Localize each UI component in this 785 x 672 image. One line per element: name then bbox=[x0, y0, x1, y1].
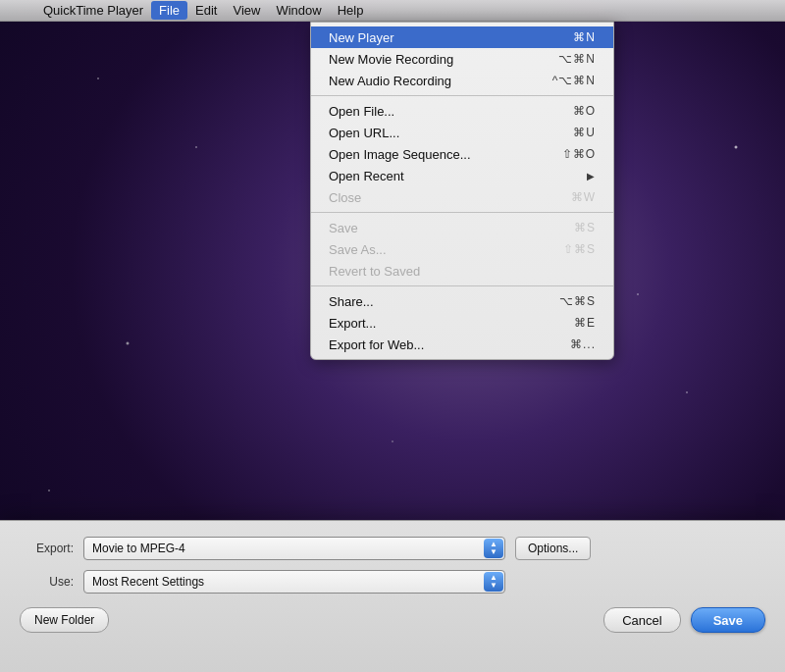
save-button[interactable]: Save bbox=[691, 607, 765, 633]
menu-item-new-audio-recording[interactable]: New Audio Recording ^⌥⌘N bbox=[311, 70, 613, 91]
menubar-window[interactable]: Window bbox=[268, 1, 329, 20]
menu-item-open-recent[interactable]: Open Recent ▶ bbox=[311, 165, 613, 186]
menu-item-new-movie-recording[interactable]: New Movie Recording ⌥⌘N bbox=[311, 48, 613, 70]
right-buttons: Cancel Save bbox=[603, 607, 765, 633]
export-row: Export: Movie to MPEG-4 Movie to QuickTi… bbox=[20, 537, 765, 560]
menu-item-label: Open File... bbox=[329, 104, 394, 119]
cancel-button[interactable]: Cancel bbox=[603, 607, 680, 633]
export-label: Export: bbox=[20, 542, 74, 555]
menu-shortcut: ⌥⌘S bbox=[559, 294, 596, 308]
use-select[interactable]: Most Recent Settings Default Settings Cu… bbox=[83, 570, 505, 594]
menu-item-open-url[interactable]: Open URL... ⌘U bbox=[311, 122, 613, 143]
menubar-edit[interactable]: Edit bbox=[187, 1, 225, 20]
menu-item-share[interactable]: Share... ⌥⌘S bbox=[311, 290, 613, 312]
save-dialog: Export: Movie to MPEG-4 Movie to QuickTi… bbox=[0, 520, 785, 672]
menubar-help[interactable]: Help bbox=[330, 1, 372, 20]
menu-separator-3 bbox=[311, 285, 613, 286]
menu-separator-2 bbox=[311, 212, 613, 213]
menu-item-save[interactable]: Save ⌘S bbox=[311, 217, 613, 238]
new-folder-button[interactable]: New Folder bbox=[20, 607, 109, 633]
menu-item-label: Close bbox=[329, 190, 361, 205]
menu-shortcut: ⌘N bbox=[573, 30, 596, 44]
menu-item-open-image-sequence[interactable]: Open Image Sequence... ⇧⌘O bbox=[311, 143, 613, 165]
menu-shortcut: ⌘E bbox=[574, 316, 596, 330]
menu-item-label: Open Image Sequence... bbox=[329, 147, 471, 162]
menu-item-label: Save bbox=[329, 221, 358, 235]
menu-shortcut: ⇧⌘S bbox=[563, 242, 596, 256]
export-select-wrap: Movie to MPEG-4 Movie to QuickTime Movie… bbox=[83, 537, 505, 560]
menu-item-label: Export... bbox=[329, 316, 376, 331]
menu-item-export-for-web[interactable]: Export for Web... ⌘... bbox=[311, 334, 613, 355]
menu-item-label: Revert to Saved bbox=[329, 264, 420, 279]
menu-item-export[interactable]: Export... ⌘E bbox=[311, 312, 613, 334]
submenu-arrow-icon: ▶ bbox=[587, 171, 596, 181]
menubar-file[interactable]: File bbox=[151, 1, 187, 20]
menu-item-label: New Audio Recording bbox=[329, 74, 451, 88]
menu-shortcut: ⌥⌘N bbox=[558, 52, 596, 66]
menu-item-label: Open Recent bbox=[329, 169, 404, 183]
options-button[interactable]: Options... bbox=[515, 537, 591, 560]
dialog-buttons: New Folder Cancel Save bbox=[20, 607, 765, 633]
file-menu-dropdown: New Player ⌘N New Movie Recording ⌥⌘N Ne… bbox=[310, 22, 614, 360]
menu-shortcut: ⌘U bbox=[573, 126, 596, 139]
menu-shortcut: ⌘S bbox=[574, 221, 596, 234]
menu-shortcut: ⇧⌘O bbox=[562, 147, 596, 161]
menubar-view[interactable]: View bbox=[225, 1, 268, 20]
menu-item-new-player[interactable]: New Player ⌘N bbox=[311, 26, 613, 48]
use-row: Use: Most Recent Settings Default Settin… bbox=[20, 570, 765, 594]
menu-separator-1 bbox=[311, 95, 613, 96]
menu-item-label: Open URL... bbox=[329, 126, 399, 140]
export-select[interactable]: Movie to MPEG-4 Movie to QuickTime Movie… bbox=[83, 537, 505, 560]
menu-shortcut: ⌘W bbox=[571, 190, 596, 204]
menu-shortcut: ⌘... bbox=[570, 337, 596, 351]
menu-item-label: New Player bbox=[329, 30, 393, 45]
menu-item-label: New Movie Recording bbox=[329, 52, 453, 67]
apple-menu[interactable] bbox=[8, 9, 24, 13]
menu-shortcut: ^⌥⌘N bbox=[552, 74, 596, 87]
use-label: Use: bbox=[20, 575, 74, 589]
menu-item-label: Share... bbox=[329, 294, 374, 309]
menu-item-save-as[interactable]: Save As... ⇧⌘S bbox=[311, 238, 613, 260]
menu-item-open-file[interactable]: Open File... ⌘O bbox=[311, 100, 613, 122]
menu-item-close[interactable]: Close ⌘W bbox=[311, 186, 613, 208]
menubar: QuickTime Player File Edit View Window H… bbox=[0, 0, 785, 22]
menu-shortcut: ⌘O bbox=[573, 104, 596, 118]
menubar-quicktime[interactable]: QuickTime Player bbox=[35, 1, 151, 20]
menu-item-label: Export for Web... bbox=[329, 337, 424, 352]
menu-item-revert-to-saved[interactable]: Revert to Saved bbox=[311, 260, 613, 282]
menu-item-label: Save As... bbox=[329, 242, 387, 257]
use-select-wrap: Most Recent Settings Default Settings Cu… bbox=[83, 570, 505, 594]
